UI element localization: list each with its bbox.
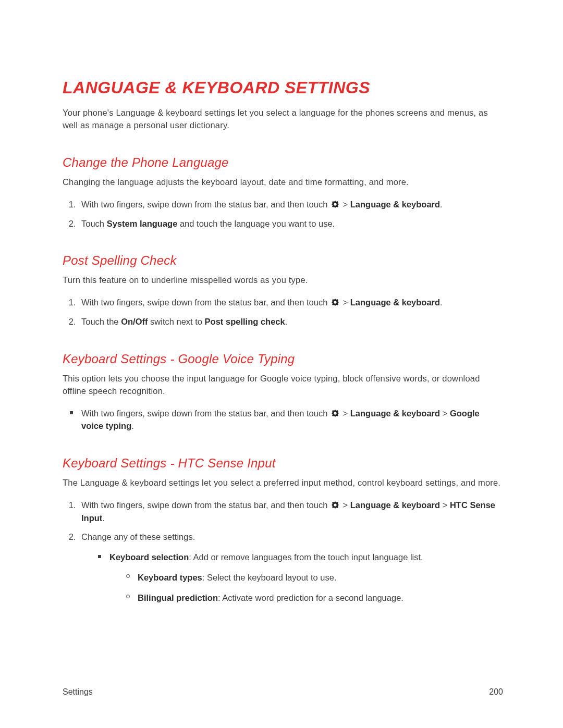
section-heading-change-language: Change the Phone Language [63,155,503,170]
ordered-steps: With two fingers, swipe down from the st… [63,499,503,604]
step-text: With two fingers, swipe down from the st… [81,200,330,209]
step-text: > [340,500,350,510]
step-item: With two fingers, swipe down from the st… [78,499,503,525]
bullet-item: With two fingers, swipe down from the st… [78,407,503,433]
step-bold: On/Off [121,317,148,326]
section-intro: The Language & keyboard settings let you… [63,477,503,489]
step-text: With two fingers, swipe down from the st… [81,500,330,510]
step-bold: Language & keyboard [350,500,440,510]
bullet-bold: Language & keyboard [350,409,440,418]
document-page: LANGUAGE & KEYBOARD SETTINGS Your phone'… [0,0,563,728]
settings-gear-icon [331,298,340,307]
bullet-text: . [131,421,134,430]
page-intro: Your phone's Language & keyboard setting… [63,107,503,132]
step-text: Touch [81,219,107,228]
ordered-steps: With two fingers, swipe down from the st… [63,296,503,328]
step-item: With two fingers, swipe down from the st… [78,198,503,211]
step-item: Touch the On/Off switch next to Post spe… [78,315,503,328]
ordered-steps: With two fingers, swipe down from the st… [63,198,503,230]
page-footer: Settings 200 [63,687,503,697]
footer-section-label: Settings [63,687,93,697]
step-bold: Post spelling check [205,317,285,326]
step-text: With two fingers, swipe down from the st… [81,298,330,307]
step-text: . [440,200,443,209]
step-text: Touch the [81,317,121,326]
subsub-bullet-item: Bilingual prediction: Activate word pred… [134,591,503,604]
section-intro: Turn this feature on to underline misspe… [63,274,503,287]
step-text: . [440,298,443,307]
step-text: > [340,298,350,307]
subsub-bullet-list: Keyboard types: Select the keyboard layo… [109,571,503,604]
step-bold: Language & keyboard [350,298,440,307]
bullet-text: With two fingers, swipe down from the st… [81,409,330,418]
bullet-list: With two fingers, swipe down from the st… [63,407,503,433]
bullet-text: > [340,409,350,418]
subsub-bullet-text: : Select the keyboard layout to use. [202,573,337,582]
sub-bullet-item: Keyboard selection: Add or remove langua… [106,551,503,604]
step-text: Change any of these settings. [81,532,195,541]
section-intro: Changing the language adjusts the keyboa… [63,176,503,189]
subsub-bullet-bold: Keyboard types [138,573,202,582]
settings-gear-icon [331,200,340,209]
settings-gear-icon [331,409,340,418]
step-text: > [440,500,450,510]
step-text: switch next to [148,317,204,326]
settings-gear-icon [331,500,340,510]
sub-bullet-text: : Add or remove languages from the touch… [189,552,423,562]
page-title: LANGUAGE & KEYBOARD SETTINGS [63,78,503,97]
subsub-bullet-text: : Activate word prediction for a second … [218,593,403,602]
footer-page-number: 200 [489,687,503,697]
section-intro: This option lets you choose the input la… [63,373,503,398]
sub-bullet-bold: Keyboard selection [109,552,189,562]
step-text: > [340,200,350,209]
step-item: Touch System language and touch the lang… [78,217,503,230]
subsub-bullet-bold: Bilingual prediction [138,593,218,602]
step-bold: Language & keyboard [350,200,440,209]
section-heading-post-spelling: Post Spelling Check [63,253,503,268]
step-text: . [285,317,288,326]
step-bold: System language [107,219,178,228]
subsub-bullet-item: Keyboard types: Select the keyboard layo… [134,571,503,584]
section-heading-google-voice: Keyboard Settings - Google Voice Typing [63,352,503,366]
step-text: and touch the language you want to use. [177,219,335,228]
step-text: . [102,513,105,523]
step-item: Change any of these settings. Keyboard s… [78,530,503,604]
bullet-text: > [440,409,450,418]
sub-bullet-list: Keyboard selection: Add or remove langua… [81,551,503,604]
section-heading-htc-sense: Keyboard Settings - HTC Sense Input [63,456,503,471]
step-item: With two fingers, swipe down from the st… [78,296,503,309]
